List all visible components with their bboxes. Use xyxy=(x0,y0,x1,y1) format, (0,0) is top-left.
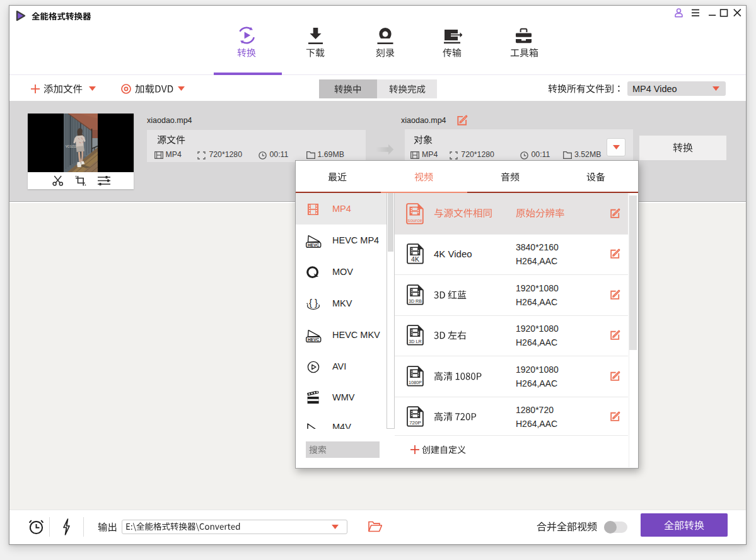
svg-text:HEVC: HEVC xyxy=(308,243,320,247)
svg-text:720P: 720P xyxy=(409,421,421,426)
svg-text:VCG211: VCG211 xyxy=(66,145,77,148)
svg-text:1080P: 1080P xyxy=(409,380,422,385)
svg-text:4K: 4K xyxy=(411,256,419,264)
svg-text:3D RB: 3D RB xyxy=(409,298,422,304)
svg-text:3D LR: 3D LR xyxy=(409,339,421,345)
svg-text:{ }: { } xyxy=(309,298,318,308)
svg-text:HEVC: HEVC xyxy=(308,337,320,342)
svg-text:source: source xyxy=(408,218,422,223)
